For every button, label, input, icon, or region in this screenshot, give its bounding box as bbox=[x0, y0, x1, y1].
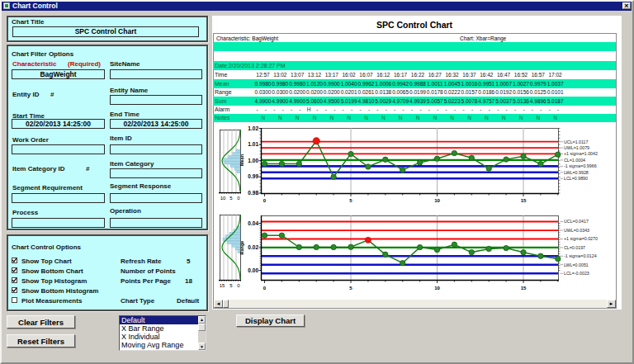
svg-text:UWL=1.0079: UWL=1.0079 bbox=[564, 145, 589, 150]
svg-text:1.00: 1.00 bbox=[248, 158, 258, 163]
svg-text:0.98: 0.98 bbox=[248, 190, 258, 196]
svg-text:10: 10 bbox=[434, 198, 440, 203]
svg-text:UCL=1.0117: UCL=1.0117 bbox=[564, 139, 589, 144]
svg-text:LCL=-0.0023: LCL=-0.0023 bbox=[564, 271, 589, 276]
svg-text:10: 10 bbox=[220, 196, 226, 201]
svg-text:0.04: 0.04 bbox=[248, 220, 258, 226]
svg-text:LCL=0.9890: LCL=0.9890 bbox=[564, 176, 588, 181]
svg-text:15: 15 bbox=[521, 198, 527, 203]
svg-text:5: 5 bbox=[229, 196, 233, 201]
svg-text:15: 15 bbox=[521, 286, 527, 291]
svg-text:0.02: 0.02 bbox=[248, 244, 258, 250]
svg-text:0: 0 bbox=[263, 286, 267, 291]
svg-text:15: 15 bbox=[220, 283, 225, 288]
svg-text:10: 10 bbox=[434, 286, 440, 291]
svg-text:5: 5 bbox=[229, 283, 233, 288]
svg-text:+1 sigma=0.0270: +1 sigma=0.0270 bbox=[564, 236, 598, 241]
svg-text:5: 5 bbox=[349, 286, 352, 291]
svg-text:1.02: 1.02 bbox=[248, 125, 258, 131]
svg-text:0.00: 0.00 bbox=[248, 267, 258, 273]
svg-text:UCL=0.0417: UCL=0.0417 bbox=[564, 219, 589, 224]
svg-text:-1 sigma=0.0124: -1 sigma=0.0124 bbox=[564, 253, 597, 258]
svg-text:Range: Range bbox=[239, 241, 244, 255]
svg-text:-1 sigma=0.9966: -1 sigma=0.9966 bbox=[564, 163, 597, 168]
svg-text:0.99: 0.99 bbox=[248, 173, 258, 179]
svg-text:0: 0 bbox=[237, 196, 240, 201]
svg-text:LWL=0.9928: LWL=0.9928 bbox=[564, 170, 589, 175]
svg-text:5: 5 bbox=[349, 198, 352, 203]
svg-text:Mean: Mean bbox=[239, 154, 244, 166]
svg-text:+1 sigma=1.0042: +1 sigma=1.0042 bbox=[564, 151, 598, 156]
svg-text:0: 0 bbox=[263, 198, 267, 203]
svg-text:CL=0.0197: CL=0.0197 bbox=[564, 245, 585, 250]
svg-text:UWL=0.0343: UWL=0.0343 bbox=[564, 228, 589, 233]
svg-text:0: 0 bbox=[237, 283, 240, 288]
svg-text:1.01: 1.01 bbox=[248, 141, 258, 147]
svg-text:LWL=0.0051: LWL=0.0051 bbox=[564, 262, 589, 267]
svg-text:CL=1.0004: CL=1.0004 bbox=[564, 158, 585, 163]
